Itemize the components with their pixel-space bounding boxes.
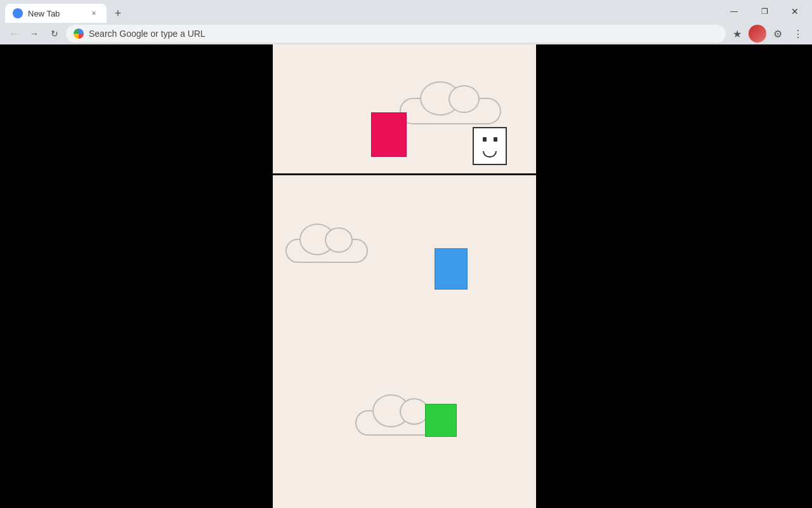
- game-container: [273, 44, 536, 508]
- address-right-icons: ★ ⚙ ⋮: [728, 25, 807, 43]
- tab-label: New Tab: [28, 9, 60, 18]
- char-left-eye: [483, 137, 487, 142]
- right-black-panel: [536, 44, 812, 508]
- upper-section: [273, 44, 536, 175]
- tab-bar: New Tab × + — ❐ ✕: [0, 0, 812, 23]
- tab-close-button[interactable]: ×: [89, 8, 99, 18]
- left-black-panel: [0, 44, 273, 508]
- active-tab[interactable]: New Tab ×: [5, 4, 107, 23]
- window-controls: — ❐ ✕: [719, 0, 812, 23]
- google-logo: [74, 29, 84, 39]
- blue-block: [435, 248, 468, 290]
- omnibox[interactable]: Search Google or type a URL: [66, 25, 726, 43]
- address-bar: ← → ↻ Search Google or type a URL ★ ⚙ ⋮: [0, 23, 812, 44]
- character-eyes: [474, 128, 506, 142]
- reload-button[interactable]: ↻: [46, 25, 63, 43]
- minimize-button[interactable]: —: [719, 0, 749, 23]
- char-right-eye: [494, 137, 497, 142]
- red-block: [371, 112, 407, 157]
- browser-frame: New Tab × + — ❐ ✕ ← → ↻ Search Google or…: [0, 0, 812, 44]
- lower-section: [273, 175, 536, 508]
- tab-favicon: [13, 8, 23, 18]
- extension-button[interactable]: ⚙: [769, 25, 787, 43]
- maximize-button[interactable]: ❐: [750, 0, 779, 23]
- character: [473, 127, 507, 165]
- bookmark-button[interactable]: ★: [728, 25, 746, 43]
- green-block: [425, 404, 457, 437]
- forward-button[interactable]: →: [25, 25, 43, 43]
- omnibox-text: Search Google or type a URL: [89, 29, 206, 39]
- char-mouth: [483, 151, 497, 157]
- close-button[interactable]: ✕: [780, 0, 809, 23]
- profile-button[interactable]: [749, 25, 766, 43]
- cloud-upper: [400, 98, 501, 124]
- back-button[interactable]: ←: [5, 25, 23, 43]
- cloud-lower-left: [285, 239, 368, 263]
- menu-button[interactable]: ⋮: [789, 25, 807, 43]
- new-tab-button[interactable]: +: [109, 4, 127, 22]
